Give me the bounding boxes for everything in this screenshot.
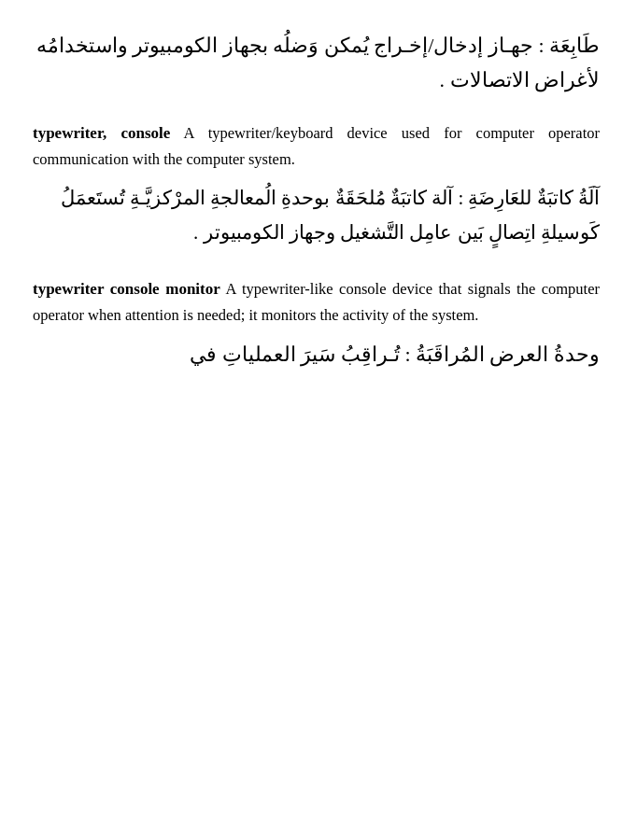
typewriter-console-monitor-title: typewriter console monitor (33, 280, 220, 298)
dict-entry-typewriter-console: typewriter, console A typewriter/keyboar… (33, 120, 600, 250)
typewriter-console-monitor-arabic: وحدةُ العرض المُراقَبَةُ : تُـراقِبُ سَي… (33, 337, 600, 373)
typewriter-console-title: typewriter, console (33, 124, 170, 142)
dict-entry-typewriter-console-monitor: typewriter console monitor A typewriter-… (33, 276, 600, 373)
typewriter-console-monitor-definition: typewriter console monitor A typewriter-… (33, 276, 600, 328)
typewriter-console-definition: typewriter, console A typewriter/keyboar… (33, 120, 600, 172)
arabic-intro-text: طَابِعَة : جهـاز إدخال/إخـراج يُمكن وَضل… (36, 34, 600, 91)
arabic-intro-block: طَابِعَة : جهـاز إدخال/إخـراج يُمكن وَضل… (33, 28, 600, 98)
typewriter-console-arabic: آلَةُ كاتبَةٌ للعَارِضَةِ : آلة كاتبَةٌ … (33, 181, 600, 250)
